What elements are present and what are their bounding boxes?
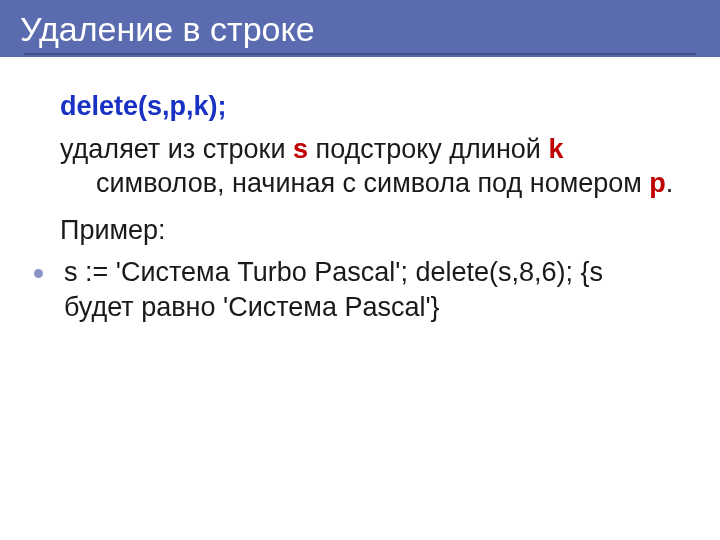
- var-s: s: [293, 134, 308, 164]
- description: удаляет из строки s подстроку длиной k с…: [60, 132, 680, 201]
- desc-part3: символов, начиная с символа под номером: [96, 168, 649, 198]
- code-signature: delete(s,p,k);: [60, 89, 680, 124]
- var-k: k: [548, 134, 563, 164]
- desc-part2: подстроку длиной: [308, 134, 548, 164]
- list-item: s := 'Система Turbo Pascal'; delete(s,8,…: [38, 255, 680, 325]
- var-p: p: [649, 168, 666, 198]
- example-list: s := 'Система Turbo Pascal'; delete(s,8,…: [60, 255, 680, 325]
- slide: Удаление в строке delete(s,p,k); удаляет…: [0, 0, 720, 540]
- desc-part1: удаляет из строки: [60, 134, 293, 164]
- slide-body: delete(s,p,k); удаляет из строки s подст…: [0, 59, 720, 325]
- example-label: Пример:: [60, 213, 680, 248]
- example-text: s := 'Система Turbo Pascal'; delete(s,8,…: [42, 255, 680, 325]
- slide-title: Удаление в строке: [0, 0, 720, 57]
- desc-part4: .: [666, 168, 674, 198]
- title-underline: [24, 53, 696, 55]
